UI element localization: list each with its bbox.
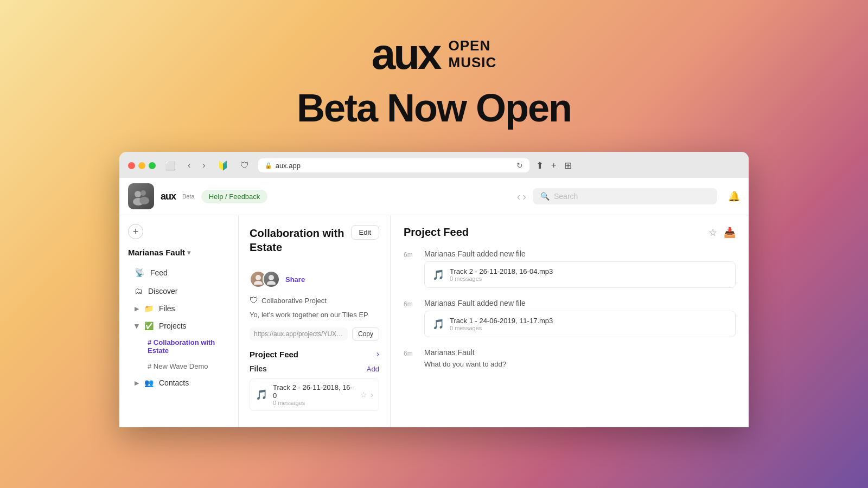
beta-badge: Beta	[182, 193, 195, 200]
nav-back-icon[interactable]: ‹	[517, 190, 521, 203]
svg-point-3	[139, 197, 149, 204]
feed-content-3: Marianas Fault What do you want to add?	[424, 348, 736, 368]
feed-comment-3: What do you want to add?	[424, 360, 736, 368]
sidebar-item-discover[interactable]: 🗂 Discover	[124, 282, 234, 299]
file-name-1: Track 2 - 26-11-2018, 16-0	[273, 383, 355, 400]
contacts-chevron-icon: ▶	[135, 380, 139, 387]
discover-icon: 🗂	[135, 286, 143, 296]
lock-icon: 🔒	[265, 162, 272, 169]
open-music-logo: OPEN MUSIC	[449, 37, 497, 71]
app-area: aux Beta Help / Feedback ‹ › 🔍 Search 🔔 …	[119, 178, 749, 427]
hero-section: aux OPEN MUSIC Beta Now Open	[297, 33, 571, 130]
feed-file-name-1: Track 2 - 26-11-2018, 16-04.mp3	[450, 267, 553, 275]
minimize-button[interactable]	[138, 162, 145, 169]
browser-chrome: ⬜ ‹ › 🔰 🛡 🔒 aux.app ↻ ⬆ + ⊞	[119, 152, 749, 178]
feed-content-2: Marianas Fault added new file 🎵 Track 1 …	[424, 299, 736, 337]
app-header: aux Beta Help / Feedback ‹ › 🔍 Search 🔔	[119, 178, 749, 215]
svg-point-4	[256, 275, 261, 280]
projects-chevron-icon: ▶	[133, 324, 141, 328]
back-icon[interactable]: ‹	[185, 159, 193, 171]
maximize-button[interactable]	[149, 162, 156, 169]
feed-content-1: Marianas Fault added new file 🎵 Track 2 …	[424, 249, 736, 288]
svg-point-0	[135, 191, 141, 197]
feed-time-2: 6m	[404, 299, 417, 337]
browser-actions: ⬆ + ⊞	[536, 160, 572, 171]
file-info-1: Track 2 - 26-11-2018, 16-0 0 messages	[273, 383, 355, 406]
feed-time-3: 6m	[404, 348, 417, 368]
sidebar: + Marianas Fault ▾ 📡 Feed 🗂 Discover ▶ 📁	[119, 215, 239, 427]
member-avatars	[250, 271, 280, 288]
avatar-image	[128, 183, 154, 209]
search-placeholder: Search	[554, 192, 578, 201]
share-icon[interactable]: ⬆	[536, 160, 544, 171]
reload-icon[interactable]: ↻	[516, 161, 523, 170]
nav-arrows: ‹ ›	[517, 190, 526, 203]
project-detail-panel: Collaboration with Estate Edit Share	[239, 215, 391, 427]
workspace-chevron-icon: ▾	[187, 249, 190, 256]
save-feed-icon[interactable]: 📥	[724, 227, 736, 239]
files-label: Files	[159, 304, 175, 313]
feed-header-actions: ☆ 📥	[709, 227, 736, 239]
feed-entry-1: 6m Marianas Fault added new file 🎵 Track…	[404, 249, 736, 288]
star-feed-icon[interactable]: ☆	[709, 227, 717, 239]
address-bar[interactable]: 🔒 aux.app ↻	[258, 158, 529, 172]
feed-header: Project Feed ☆ 📥	[404, 226, 736, 239]
feed-file-card-1[interactable]: 🎵 Track 2 - 26-11-2018, 16-04.mp3 0 mess…	[424, 261, 736, 288]
collaborative-icon: 🛡	[250, 296, 258, 305]
svg-point-1	[141, 190, 146, 196]
star-icon[interactable]: ☆	[360, 390, 367, 399]
project-members: Share	[250, 271, 379, 288]
forward-icon[interactable]: ›	[200, 159, 208, 171]
notification-bell-icon[interactable]: 🔔	[728, 190, 740, 202]
help-feedback-button[interactable]: Help / Feedback	[201, 190, 268, 203]
sidebar-item-files[interactable]: ▶ 📁 Files	[124, 300, 234, 317]
feed-file-icon-1: 🎵	[432, 269, 444, 281]
feed-file-icon-2: 🎵	[432, 318, 444, 330]
browser-window: ⬜ ‹ › 🔰 🛡 🔒 aux.app ↻ ⬆ + ⊞	[119, 152, 749, 427]
project-url-text: https://aux.app/projects/YUXZu...	[250, 328, 348, 341]
sidebar-item-collaboration-with-estate[interactable]: # Collaboration with Estate	[124, 335, 234, 358]
share-link[interactable]: Share	[285, 275, 305, 284]
grid-icon[interactable]: ⊞	[564, 160, 572, 171]
close-button[interactable]	[128, 162, 135, 169]
add-file-link[interactable]: Add	[367, 365, 379, 373]
files-section-header: Files Add	[250, 364, 379, 373]
feed-time-1: 6m	[404, 249, 417, 288]
file-item-1[interactable]: 🎵 Track 2 - 26-11-2018, 16-0 0 messages …	[250, 378, 379, 411]
project-url-row: https://aux.app/projects/YUXZu... Copy	[250, 328, 379, 341]
shield-icon[interactable]: 🛡	[238, 159, 252, 171]
sidebar-item-contacts[interactable]: ▶ 👥 Contacts	[124, 375, 234, 391]
project-type-badge: 🛡 Collaborative Project	[250, 296, 379, 305]
feed-label: Feed	[150, 268, 168, 277]
projects-label: Projects	[159, 322, 187, 330]
member-avatar-2	[263, 271, 280, 288]
file-meta-1: 0 messages	[273, 400, 355, 406]
feed-entry-3: 6m Marianas Fault What do you want to ad…	[404, 348, 736, 368]
browser-top-bar: ⬜ ‹ › 🔰 🛡 🔒 aux.app ↻ ⬆ + ⊞	[128, 158, 740, 172]
feed-file-card-2[interactable]: 🎵 Track 1 - 24-06-2019, 11-17.mp3 0 mess…	[424, 311, 736, 337]
feed-file-meta-1: 0 messages	[450, 275, 553, 282]
privacy-icon[interactable]: 🔰	[215, 159, 231, 172]
traffic-lights	[128, 162, 156, 169]
new-tab-icon[interactable]: +	[551, 160, 557, 171]
main-layout: + Marianas Fault ▾ 📡 Feed 🗂 Discover ▶ 📁	[119, 215, 749, 427]
sidebar-item-projects[interactable]: ▶ ✅ Projects	[124, 318, 234, 334]
project-feed-title: Project Feed	[250, 350, 298, 359]
logo-area: aux OPEN MUSIC	[297, 33, 571, 76]
feed-title: Project Feed	[404, 226, 469, 239]
sidebar-item-new-wave-demo[interactable]: # New Wave Demo	[124, 359, 234, 374]
search-bar[interactable]: 🔍 Search	[533, 188, 717, 204]
files-icon: 📁	[144, 304, 154, 313]
nav-forward-icon[interactable]: ›	[522, 190, 526, 203]
workspace-name[interactable]: Marianas Fault ▾	[119, 246, 238, 264]
edit-button[interactable]: Edit	[351, 225, 379, 240]
project-feed-section: Project Feed ›	[250, 349, 379, 359]
file-chevron-icon[interactable]: ›	[371, 390, 373, 399]
copy-button[interactable]: Copy	[352, 328, 379, 341]
file-actions-1: ☆ ›	[360, 390, 373, 399]
sidebar-toggle-icon[interactable]: ⬜	[162, 159, 178, 172]
add-button[interactable]: +	[128, 224, 143, 239]
project-feed-arrow-icon[interactable]: ›	[376, 349, 379, 359]
sidebar-item-feed[interactable]: 📡 Feed	[124, 264, 234, 281]
projects-icon: ✅	[144, 322, 154, 330]
